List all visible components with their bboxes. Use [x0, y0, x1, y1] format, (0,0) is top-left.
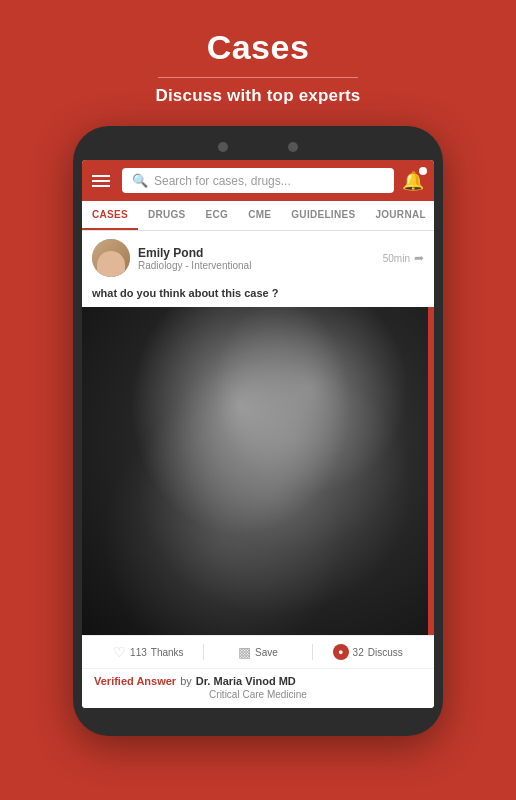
verified-specialty: Critical Care Medicine	[94, 689, 422, 700]
hamburger-line-2	[92, 180, 110, 182]
user-specialty: Radiology - Interventional	[138, 260, 375, 271]
avatar-image	[92, 239, 130, 277]
share-icon[interactable]: ➦	[414, 251, 424, 265]
discuss-label: Discuss	[368, 647, 403, 658]
tab-ecg[interactable]: ECG	[196, 201, 239, 230]
phone-camera	[218, 142, 228, 152]
bookmark-icon: ▩	[238, 644, 251, 660]
phone-screen: 🔍 Search for cases, drugs... 🔔 CASES DRU…	[82, 160, 434, 708]
thanks-label: Thanks	[151, 647, 184, 658]
hamburger-line-1	[92, 175, 110, 177]
verified-row: Verified Answer by Dr. Maria Vinod MD	[94, 675, 422, 687]
thanks-action[interactable]: ♡ 113 Thanks	[94, 644, 203, 660]
case-image	[82, 307, 434, 635]
verified-section: Verified Answer by Dr. Maria Vinod MD Cr…	[82, 668, 434, 708]
tab-drugs[interactable]: DRUGS	[138, 201, 196, 230]
search-bar[interactable]: 🔍 Search for cases, drugs...	[122, 168, 394, 193]
header-section: Cases Discuss with top experts	[0, 0, 516, 126]
page-subtitle: Discuss with top experts	[155, 86, 360, 106]
xray-canvas	[82, 307, 434, 635]
search-placeholder-text: Search for cases, drugs...	[154, 174, 291, 188]
thanks-count: 113	[130, 647, 147, 658]
phone-speaker	[288, 142, 298, 152]
save-action[interactable]: ▩ Save	[204, 644, 313, 660]
hamburger-line-3	[92, 185, 110, 187]
discuss-count: 32	[353, 647, 364, 658]
tabs-bar: CASES DRUGS ECG CME GUIDELINES JOURNAL	[82, 201, 434, 231]
case-header: Emily Pond Radiology - Interventional 50…	[82, 231, 434, 285]
avatar	[92, 239, 130, 277]
action-bar: ♡ 113 Thanks ▩ Save ● 32 Discuss	[82, 635, 434, 668]
case-card: Emily Pond Radiology - Interventional 50…	[82, 231, 434, 708]
save-label: Save	[255, 647, 278, 658]
hamburger-icon[interactable]	[92, 175, 114, 187]
tab-cases[interactable]: CASES	[82, 201, 138, 230]
page-title: Cases	[207, 28, 310, 67]
phone-frame: 🔍 Search for cases, drugs... 🔔 CASES DRU…	[73, 126, 443, 736]
verified-doctor: Dr. Maria Vinod MD	[196, 675, 296, 687]
notification-icon[interactable]: 🔔	[402, 170, 424, 192]
case-time: 50min ➦	[383, 251, 424, 265]
heart-icon: ♡	[113, 644, 126, 660]
tab-journal[interactable]: JOURNAL	[365, 201, 434, 230]
app-bar: 🔍 Search for cases, drugs... 🔔	[82, 160, 434, 201]
avatar-silhouette	[97, 251, 125, 277]
case-question: what do you think about this case ?	[82, 285, 434, 307]
red-strip	[428, 307, 434, 635]
verified-by: by	[180, 675, 192, 687]
user-info: Emily Pond Radiology - Interventional	[138, 246, 375, 271]
tab-cme[interactable]: CME	[238, 201, 281, 230]
phone-top-bar	[81, 138, 435, 160]
divider	[158, 77, 358, 78]
search-icon: 🔍	[132, 173, 148, 188]
discuss-action[interactable]: ● 32 Discuss	[313, 644, 422, 660]
discuss-icon: ●	[333, 644, 349, 660]
time-value: 50min	[383, 253, 410, 264]
user-name: Emily Pond	[138, 246, 375, 260]
discuss-icon-shape: ●	[338, 647, 343, 657]
verified-label: Verified Answer	[94, 675, 176, 687]
tab-guidelines[interactable]: GUIDELINES	[281, 201, 365, 230]
notification-badge	[419, 167, 427, 175]
xray-hand	[82, 307, 434, 635]
